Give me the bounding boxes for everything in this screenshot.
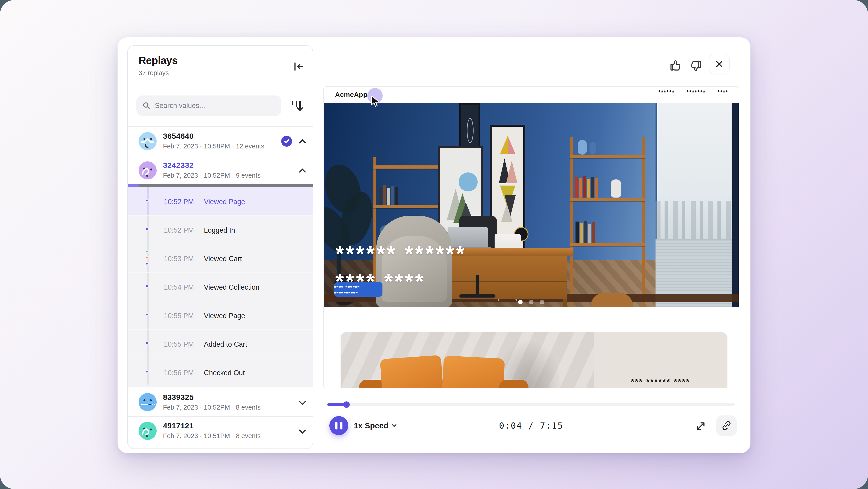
session-meta: Feb 7, 2023 · 10:52PM · 9 events	[163, 172, 260, 179]
session-id: 4917121	[163, 421, 194, 430]
event-dot	[145, 227, 149, 231]
check-icon	[283, 138, 290, 145]
event-dot	[145, 313, 149, 317]
watched-badge	[281, 136, 292, 147]
thumbs-down-button[interactable]	[688, 59, 703, 74]
bookshelf-right	[570, 137, 645, 307]
event-row[interactable]: 10:52 PM Logged In	[128, 215, 313, 244]
thumbs-up-icon	[669, 59, 682, 72]
sort-icon	[289, 99, 304, 113]
carousel-dot-active[interactable]	[518, 300, 523, 304]
product-photo-sofa	[341, 332, 594, 388]
replay-viewport: AcmeApp ****** ******* ****	[324, 87, 739, 388]
chevron-up-icon[interactable]	[299, 139, 306, 146]
close-button[interactable]	[709, 54, 730, 75]
event-time: 10:56 PM	[164, 369, 194, 377]
search-input[interactable]	[155, 102, 272, 110]
event-dot	[145, 198, 149, 203]
fullscreen-button[interactable]	[693, 419, 708, 433]
site-header: AcmeApp ****** ******* ****	[324, 87, 739, 103]
time-separator: /	[522, 421, 540, 431]
site-brand: AcmeApp	[335, 91, 368, 98]
event-dot-teal	[145, 250, 149, 253]
nav-item-masked: ******	[658, 89, 675, 96]
copy-link-button[interactable]	[716, 415, 737, 436]
event-time: 10:53 PM	[164, 255, 194, 263]
curtain	[733, 103, 739, 307]
event-label: Added to Cart	[204, 340, 247, 348]
carousel-dot[interactable]	[529, 300, 533, 304]
hero-cta-button[interactable]: **** ****** **********	[334, 282, 382, 297]
divider	[128, 86, 313, 86]
event-time: 10:54 PM	[164, 283, 194, 291]
chevron-down-icon[interactable]	[299, 427, 306, 434]
event-row[interactable]: 10:52 PM Viewed Page	[128, 187, 313, 215]
window-view	[655, 103, 733, 307]
event-row[interactable]: 10:53 PM Viewed Cart	[128, 244, 313, 272]
city-skyline	[655, 201, 733, 239]
avatar	[138, 132, 157, 150]
office-chair-post	[475, 275, 479, 295]
session-meta: Feb 7, 2023 · 10:51PM · 8 events	[163, 432, 260, 440]
sort-button[interactable]	[287, 96, 306, 115]
event-time: 10:52 PM	[164, 198, 194, 206]
replays-sidebar: Replays 37 replays	[127, 45, 313, 449]
session-row-4917121[interactable]: 4917121 Feb 7, 2023 · 10:51PM · 8 events	[128, 416, 313, 444]
session-row-8339325[interactable]: 8339325 Feb 7, 2023 · 10:52PM · 8 events	[128, 387, 313, 416]
event-row[interactable]: 10:54 PM Viewed Collection	[128, 272, 313, 301]
nav-item-masked: *******	[686, 89, 706, 96]
event-label: Viewed Page	[204, 198, 245, 206]
event-time: 10:55 PM	[164, 312, 194, 320]
event-label: Viewed Cart	[204, 255, 242, 263]
office-chair-base	[459, 294, 495, 297]
session-id: 3654640	[163, 132, 194, 141]
replay-modal: Replays 37 replays	[118, 37, 750, 453]
session-id: 3242332	[163, 161, 194, 170]
thumbs-up-button[interactable]	[669, 58, 683, 73]
cta-label-masked: **** ****** **********	[334, 285, 382, 296]
replay-count: 37 replays	[138, 69, 169, 77]
session-load-progress-fill	[128, 184, 138, 187]
playback-progress-bar[interactable]	[327, 403, 735, 406]
time-display: 0:04 / 7:15	[324, 421, 739, 431]
event-row[interactable]: 10:55 PM Added to Cart	[128, 329, 313, 358]
duration: 7:15	[540, 421, 563, 431]
event-row[interactable]: 10:55 PM Viewed Page	[128, 301, 313, 329]
avatar	[138, 393, 157, 411]
hero-banner: ****** ****** **** **** **** ****** ****…	[324, 103, 739, 307]
event-dot	[145, 370, 149, 374]
event-dot	[145, 284, 149, 288]
site-nav: ****** ******* ****	[658, 89, 728, 96]
thumbs-down-icon	[689, 60, 702, 73]
event-label: Checked Out	[204, 369, 245, 377]
event-dot-orange	[145, 256, 149, 260]
product-text-panel: *** ****** ****	[594, 332, 727, 388]
event-dot-purple	[145, 262, 149, 266]
search-icon	[142, 101, 151, 110]
link-icon	[721, 420, 732, 431]
collapse-sidebar-button[interactable]	[291, 59, 306, 74]
page-title: Replays	[138, 54, 178, 66]
event-label: Viewed Page	[204, 312, 245, 320]
session-meta: Feb 7, 2023 · 10:52PM · 8 events	[163, 404, 260, 411]
chevron-up-icon[interactable]	[299, 168, 306, 175]
product-card[interactable]: *** ****** ****	[341, 332, 727, 388]
expand-icon	[695, 420, 707, 432]
chevron-down-icon[interactable]	[299, 398, 306, 405]
site-content-section: *** ****** ****	[324, 307, 739, 388]
playback-progress-thumb[interactable]	[343, 401, 350, 408]
event-list: 10:52 PM Viewed Page 10:52 PM Logged In …	[128, 187, 313, 387]
event-row[interactable]: 10:56 PM Checked Out	[128, 358, 313, 386]
search-box[interactable]	[136, 95, 281, 116]
session-row-3242332[interactable]: 3242332 Feb 7, 2023 · 10:52PM · 9 events	[128, 156, 313, 184]
carousel-dots	[324, 300, 739, 304]
event-label: Logged In	[204, 226, 235, 234]
session-row-3654640[interactable]: 3654640 Feb 7, 2023 · 10:58PM · 12 event…	[128, 127, 313, 156]
session-meta: Feb 7, 2023 · 10:58PM · 12 events	[163, 143, 264, 150]
nav-item-masked: ****	[717, 89, 728, 96]
event-time: 10:55 PM	[164, 340, 194, 348]
carousel-dot[interactable]	[540, 300, 544, 304]
close-icon	[715, 59, 724, 68]
product-title-masked: *** ****** ****	[631, 368, 690, 387]
hero-headline-masked: ****** ******	[336, 243, 466, 264]
